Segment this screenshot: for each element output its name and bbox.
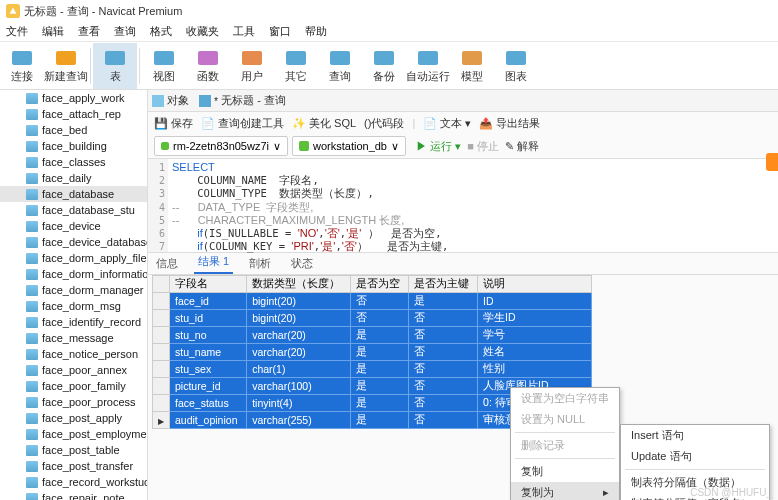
tree-item-face_post_transfer[interactable]: face_post_transfer (0, 458, 147, 474)
svg-rect-9 (374, 51, 394, 65)
database-select[interactable]: workstation_db ∨ (292, 136, 406, 156)
column-header[interactable]: 是否为空 (351, 276, 409, 293)
run-button[interactable]: ▶ 运行 ▾ (416, 139, 461, 154)
ctx-copy-as[interactable]: 复制为▸ (511, 482, 619, 500)
ctx-update-stmt[interactable]: Update 语句 (621, 446, 769, 467)
table-icon (26, 461, 38, 472)
table-icon (26, 125, 38, 136)
save-button[interactable]: 💾 保存 (154, 116, 193, 131)
tree-item-face_attach_rep[interactable]: face_attach_rep (0, 106, 147, 122)
tree-item-face_identify_record[interactable]: face_identify_record (0, 314, 147, 330)
tree-item-face_repair_note[interactable]: face_repair_note (0, 490, 147, 500)
sql-editor[interactable]: 123456789 SELECT COLUMN_NAME 字段名, COLUMN… (148, 158, 778, 253)
menu-file[interactable]: 文件 (6, 24, 28, 39)
column-header[interactable]: 数据类型（长度） (247, 276, 351, 293)
column-header[interactable]: 说明 (478, 276, 592, 293)
column-header[interactable]: 是否为主键 (408, 276, 477, 293)
tree-item-face_dorm_apply_file[interactable]: face_dorm_apply_file (0, 250, 147, 266)
tab-objects[interactable]: 对象 (152, 93, 189, 108)
table-icon (26, 221, 38, 232)
tree-item-face_record_workstudy[interactable]: face_record_workstudy (0, 474, 147, 490)
builder-button[interactable]: 📄 查询创建工具 (201, 116, 284, 131)
tab-status[interactable]: 状态 (287, 253, 317, 274)
tree-item-face_post_employmen[interactable]: face_post_employmen (0, 426, 147, 442)
ctx-delete[interactable]: 删除记录 (511, 435, 619, 456)
tab-query[interactable]: * 无标题 - 查询 (199, 93, 286, 108)
editor-tabs: 对象 * 无标题 - 查询 (148, 90, 778, 112)
toolbar-查询[interactable]: 查询 (318, 43, 362, 89)
tree-item-face_poor_process[interactable]: face_poor_process (0, 394, 147, 410)
server-select[interactable]: rm-2zetn83n05wz7i ∨ (154, 136, 288, 156)
menu-format[interactable]: 格式 (150, 24, 172, 39)
table-row[interactable]: stu_namevarchar(20)是否姓名 (153, 344, 592, 361)
table-row[interactable]: stu_sexchar(1)是否性别 (153, 361, 592, 378)
toolbar-连接[interactable]: 连接 (0, 43, 44, 89)
tree-item-face_dorm_information[interactable]: face_dorm_information (0, 266, 147, 282)
ctx-copy[interactable]: 复制 (511, 461, 619, 482)
toolbar-新建查询[interactable]: 新建查询 (44, 43, 88, 89)
side-tag[interactable] (766, 153, 778, 171)
tree-item-face_apply_work[interactable]: face_apply_work (0, 90, 147, 106)
export-button[interactable]: 📤 导出结果 (479, 116, 540, 131)
column-header[interactable]: 字段名 (170, 276, 247, 293)
toolbar-自动运行[interactable]: 自动运行 (406, 43, 450, 89)
tab-info[interactable]: 信息 (152, 253, 182, 274)
ctx-set-null[interactable]: 设置为 NULL (511, 409, 619, 430)
table-row[interactable]: stu_idbigint(20)否否学生ID (153, 310, 592, 327)
menu-window[interactable]: 窗口 (269, 24, 291, 39)
tree-item-face_bed[interactable]: face_bed (0, 122, 147, 138)
ctx-set-blank[interactable]: 设置为空白字符串 (511, 388, 619, 409)
toolbar-模型[interactable]: 模型 (450, 43, 494, 89)
chevron-right-icon: ▸ (603, 486, 609, 499)
tree-item-face_poor_family[interactable]: face_poor_family (0, 378, 147, 394)
snippet-button[interactable]: ()代码段 (364, 116, 404, 131)
beautify-button[interactable]: ✨ 美化 SQL (292, 116, 356, 131)
ctx-insert-stmt[interactable]: Insert 语句 (621, 425, 769, 446)
table-row[interactable]: face_idbigint(20)否是ID (153, 293, 592, 310)
toolbar-icon (12, 49, 32, 67)
toolbar-用户[interactable]: 用户 (230, 43, 274, 89)
table-row[interactable]: stu_novarchar(20)是否学号 (153, 327, 592, 344)
tree-item-face_dorm_msg[interactable]: face_dorm_msg (0, 298, 147, 314)
tree-item-face_notice_person[interactable]: face_notice_person (0, 346, 147, 362)
table-icon (26, 381, 38, 392)
menu-tools[interactable]: 工具 (233, 24, 255, 39)
tree-item-face_poor_annex[interactable]: face_poor_annex (0, 362, 147, 378)
tree-item-face_daily[interactable]: face_daily (0, 170, 147, 186)
tree-item-face_dorm_manager[interactable]: face_dorm_manager (0, 282, 147, 298)
svg-rect-3 (105, 51, 125, 65)
table-icon (26, 269, 38, 280)
toolbar-函数[interactable]: 函数 (186, 43, 230, 89)
context-menu[interactable]: 设置为空白字符串 设置为 NULL 删除记录 复制 复制为▸ 粘贴 显示▸ (510, 387, 620, 500)
sql-text[interactable]: SELECT COLUMN_NAME 字段名, COLUMN_TYPE 数据类型… (168, 159, 778, 252)
text-button[interactable]: 📄 文本 ▾ (423, 116, 471, 131)
tree-item-face_device_database[interactable]: face_device_database (0, 234, 147, 250)
menu-view[interactable]: 查看 (78, 24, 100, 39)
table-icon (26, 253, 38, 264)
tree-item-face_database_stu[interactable]: face_database_stu (0, 202, 147, 218)
toolbar-图表[interactable]: 图表 (494, 43, 538, 89)
object-sidebar[interactable]: face_apply_workface_attach_repface_bedfa… (0, 90, 148, 500)
tree-item-face_database[interactable]: face_database (0, 186, 147, 202)
toolbar-表[interactable]: 表 (93, 43, 137, 89)
menu-favorites[interactable]: 收藏夹 (186, 24, 219, 39)
tree-item-face_post_table[interactable]: face_post_table (0, 442, 147, 458)
tree-item-face_classes[interactable]: face_classes (0, 154, 147, 170)
svg-rect-5 (198, 51, 218, 65)
menu-edit[interactable]: 编辑 (42, 24, 64, 39)
menu-query[interactable]: 查询 (114, 24, 136, 39)
toolbar-其它[interactable]: 其它 (274, 43, 318, 89)
stop-button[interactable]: ■ 停止 (467, 139, 499, 154)
toolbar-icon (56, 49, 76, 67)
toolbar-备份[interactable]: 备份 (362, 43, 406, 89)
tab-result[interactable]: 结果 1 (194, 251, 233, 274)
menu-help[interactable]: 帮助 (305, 24, 327, 39)
toolbar-icon (330, 49, 350, 67)
explain-button[interactable]: ✎ 解释 (505, 139, 539, 154)
tree-item-face_device[interactable]: face_device (0, 218, 147, 234)
tab-profile[interactable]: 剖析 (245, 253, 275, 274)
tree-item-face_post_apply[interactable]: face_post_apply (0, 410, 147, 426)
tree-item-face_message[interactable]: face_message (0, 330, 147, 346)
tree-item-face_building[interactable]: face_building (0, 138, 147, 154)
toolbar-视图[interactable]: 视图 (142, 43, 186, 89)
